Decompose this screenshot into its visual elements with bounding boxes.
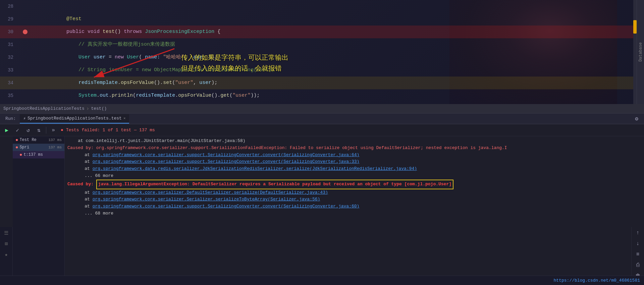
test-status-label: ● Tests failed: 1 of 1 test — 137 ms (61, 128, 155, 133)
editor-scrollbar-thumb[interactable] (633, 20, 637, 34)
run-tab-bar: Run: ⚡ SpringbootRedisApplicationTests.t… (0, 113, 644, 124)
run-next-button[interactable]: » (49, 126, 58, 135)
toolbar-separator (46, 127, 46, 134)
tree-item-testroot[interactable]: ● Test Re 137 ms (13, 136, 64, 144)
console-line-caused-1: Caused by: org.springframework.core.seri… (67, 145, 641, 152)
console-output[interactable]: at com.intellij.rt.junit.JUnitStarter.ma… (65, 136, 644, 285)
console-line-1: at com.intellij.rt.junit.JUnitStarter.ma… (67, 138, 641, 145)
editor-scrollbar[interactable] (633, 0, 637, 104)
annotation-line1: 传入的如果是字符串，可以正常输出 (181, 52, 288, 63)
tree-item-label-2: Spri (19, 145, 29, 150)
console-line-10: at org.springframework.core.serializer.s… (67, 203, 641, 210)
tree-item-springboot[interactable]: ● Spri 137 ms (13, 144, 64, 151)
database-panel-label: Database (637, 0, 644, 104)
scroll-up-button[interactable]: ↑ (633, 228, 643, 238)
breadcrumb-bar: SpringbootRedisApplicationTests › test() (0, 104, 644, 113)
settings-button[interactable]: ⚙ (632, 114, 641, 124)
editor-area: 28 29 @Test 30 public void test() throws… (0, 0, 644, 104)
console-line-5: at org.springframework.data.redis.serial… (67, 165, 641, 173)
run-sort-button[interactable]: ⇅ (34, 126, 44, 135)
run-sync-button[interactable]: ↺ (23, 126, 33, 135)
structure-button[interactable]: ☰ (1, 228, 11, 238)
left-sidebar: ☰ ⊞ ★ (0, 227, 13, 276)
tree-item-test[interactable]: ● t:137 ms (13, 151, 64, 158)
tree-item-time: 137 ms (48, 138, 62, 142)
tree-item-label-3: t:137 ms (23, 152, 43, 157)
run-tab-close-button[interactable]: × (123, 116, 126, 121)
run-toolbar: ▶ ✓ ↺ ⇅ » ● Tests failed: 1 of 1 test — … (0, 124, 644, 136)
print-button[interactable]: ⎙ (633, 260, 643, 270)
hierarchy-button[interactable]: ⊞ (1, 239, 11, 248)
console-line-11: ... 68 more (67, 210, 641, 217)
annotation-box: 传入的如果是字符串，可以正常输出 但是传入的是对象的话，会就报错 (181, 52, 288, 74)
highlighted-error-box: java.lang.IllegalArgumentException: Defa… (96, 180, 453, 189)
console-line-3: at org.springframework.core.serializer.s… (67, 152, 641, 159)
breadcrumb-method: test() (91, 106, 107, 111)
run-tab-label: SpringbootRedisApplicationTests.test (28, 116, 122, 121)
console-line-6: ... 66 more (67, 173, 641, 180)
tree-item-time-2: 137 ms (48, 145, 62, 149)
console-line-8: at org.springframework.core.serializer.D… (67, 189, 641, 196)
status-url: https://blog.csdn.net/m0_46861581 (554, 278, 640, 283)
breakpoint-indicator (23, 30, 28, 34)
test-tree: ● Test Re 137 ms ● Spri 137 ms ● t:137 m… (13, 136, 65, 285)
console-line-4: at org.springframework.core.serializer.s… (67, 158, 641, 165)
status-bar: https://blog.csdn.net/m0_46861581 (0, 276, 644, 285)
scroll-down-button[interactable]: ↓ (633, 239, 643, 248)
run-play-button[interactable]: ▶ (2, 126, 11, 135)
console-line-9: at org.springframework.core.serializer.S… (67, 196, 641, 203)
bookmark-button[interactable]: ★ (1, 250, 11, 259)
breadcrumb-class: SpringbootRedisApplicationTests (3, 106, 85, 111)
run-panel: Run: ⚡ SpringbootRedisApplicationTests.t… (0, 113, 644, 285)
code-line-35: 35 System.out.println(redisTemplate.opsF… (0, 89, 644, 102)
run-label: Run: (3, 116, 18, 121)
tree-item-label: Test Re (19, 138, 36, 142)
console-line-caused-2: Caused by: java.lang.IllegalArgumentExce… (67, 180, 641, 189)
fail-icon-3: ● (19, 152, 22, 157)
run-tab-test[interactable]: ⚡ SpringbootRedisApplicationTests.test × (20, 114, 129, 124)
fail-icon-2: ● (15, 145, 18, 150)
annotation-line2: 但是传入的是对象的话，会就报错 (181, 63, 288, 74)
code-editor: 28 29 @Test 30 public void test() throws… (0, 0, 644, 104)
run-check-button[interactable]: ✓ (13, 126, 22, 135)
run-tab-icon: ⚡ (23, 116, 26, 121)
run-content: ☰ ⊞ ★ ● Test Re 137 ms ● Spri 137 ms ● t… (0, 136, 644, 285)
toggle-lines-button[interactable]: ≡ (633, 250, 643, 259)
fail-icon: ● (15, 137, 18, 143)
